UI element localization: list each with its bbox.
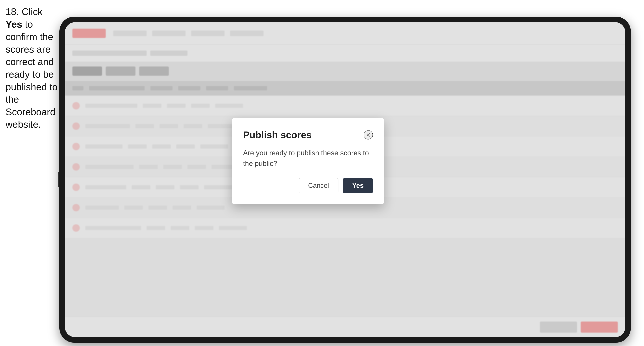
step-number: 18. Click (6, 6, 42, 17)
instruction-body: to confirm the scores are correct and re… (6, 19, 58, 130)
modal-close-button[interactable]: × (364, 130, 373, 140)
yes-button[interactable]: Yes (343, 178, 373, 193)
yes-emphasis: Yes (6, 19, 22, 30)
modal-header: Publish scores × (243, 129, 373, 140)
cancel-button[interactable]: Cancel (299, 178, 338, 193)
tablet-device: Publish scores × Are you ready to publis… (59, 17, 631, 343)
screen-content: Publish scores × Are you ready to publis… (65, 22, 625, 337)
modal-body: Are you ready to publish these scores to… (243, 148, 373, 169)
instruction-text: 18. Click Yes to confirm the scores are … (6, 5, 59, 131)
publish-scores-dialog: Publish scores × Are you ready to publis… (232, 118, 384, 204)
modal-overlay: Publish scores × Are you ready to publis… (65, 22, 625, 337)
modal-message: Are you ready to publish these scores to… (243, 148, 373, 169)
tablet-power-button (58, 172, 59, 187)
modal-title: Publish scores (243, 129, 312, 140)
tablet-screen: Publish scores × Are you ready to publis… (65, 22, 625, 337)
modal-footer: Cancel Yes (243, 178, 373, 193)
